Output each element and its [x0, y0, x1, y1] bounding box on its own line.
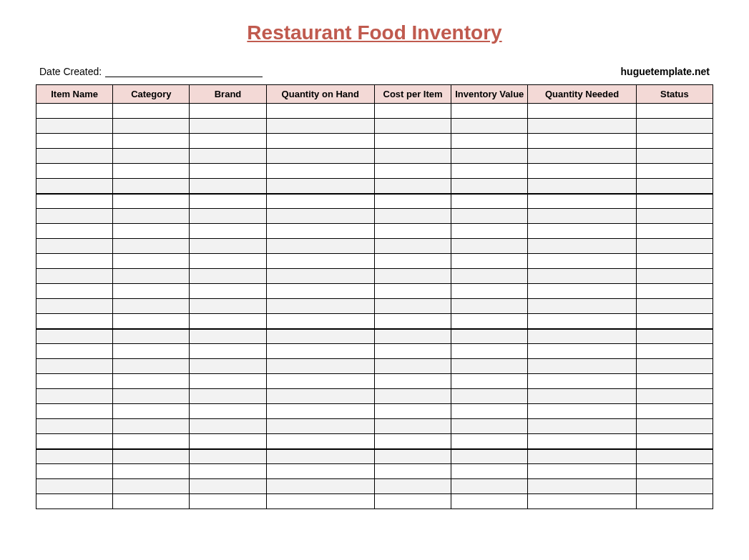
table-cell[interactable] [528, 134, 636, 149]
table-cell[interactable] [451, 449, 528, 464]
table-cell[interactable] [266, 359, 374, 374]
table-cell[interactable] [266, 269, 374, 284]
table-cell[interactable] [451, 209, 528, 224]
table-cell[interactable] [528, 269, 636, 284]
table-cell[interactable] [36, 164, 113, 179]
table-cell[interactable] [451, 254, 528, 269]
table-cell[interactable] [113, 254, 190, 269]
table-cell[interactable] [113, 419, 190, 434]
table-cell[interactable] [113, 284, 190, 299]
table-cell[interactable] [266, 119, 374, 134]
table-cell[interactable] [36, 269, 113, 284]
table-cell[interactable] [113, 299, 190, 314]
table-cell[interactable] [451, 134, 528, 149]
table-cell[interactable] [266, 254, 374, 269]
table-cell[interactable] [374, 419, 451, 434]
table-cell[interactable] [374, 179, 451, 194]
table-cell[interactable] [36, 224, 113, 239]
table-cell[interactable] [528, 314, 636, 329]
table-cell[interactable] [451, 494, 528, 509]
table-cell[interactable] [636, 314, 713, 329]
table-cell[interactable] [266, 329, 374, 344]
table-cell[interactable] [374, 359, 451, 374]
table-cell[interactable] [36, 404, 113, 419]
table-cell[interactable] [190, 224, 266, 239]
table-cell[interactable] [190, 209, 266, 224]
table-cell[interactable] [190, 434, 266, 449]
table-cell[interactable] [636, 179, 713, 194]
table-cell[interactable] [528, 464, 636, 479]
table-cell[interactable] [190, 374, 266, 389]
table-cell[interactable] [374, 404, 451, 419]
table-cell[interactable] [190, 419, 266, 434]
table-cell[interactable] [36, 464, 113, 479]
table-cell[interactable] [528, 359, 636, 374]
table-cell[interactable] [190, 149, 266, 164]
table-cell[interactable] [451, 194, 528, 209]
table-cell[interactable] [528, 479, 636, 494]
table-cell[interactable] [113, 224, 190, 239]
table-cell[interactable] [451, 164, 528, 179]
table-cell[interactable] [266, 224, 374, 239]
table-cell[interactable] [528, 404, 636, 419]
table-cell[interactable] [266, 434, 374, 449]
table-cell[interactable] [113, 119, 190, 134]
table-cell[interactable] [190, 314, 266, 329]
table-cell[interactable] [190, 119, 266, 134]
table-cell[interactable] [36, 104, 113, 119]
table-cell[interactable] [528, 224, 636, 239]
table-cell[interactable] [113, 434, 190, 449]
table-cell[interactable] [451, 224, 528, 239]
table-cell[interactable] [528, 299, 636, 314]
table-cell[interactable] [113, 239, 190, 254]
table-cell[interactable] [266, 404, 374, 419]
table-cell[interactable] [266, 104, 374, 119]
table-cell[interactable] [36, 149, 113, 164]
table-cell[interactable] [636, 449, 713, 464]
table-cell[interactable] [374, 104, 451, 119]
table-cell[interactable] [190, 479, 266, 494]
table-cell[interactable] [528, 434, 636, 449]
table-cell[interactable] [190, 299, 266, 314]
table-cell[interactable] [636, 299, 713, 314]
table-cell[interactable] [266, 239, 374, 254]
table-cell[interactable] [528, 494, 636, 509]
table-cell[interactable] [636, 224, 713, 239]
table-cell[interactable] [113, 359, 190, 374]
table-cell[interactable] [528, 194, 636, 209]
table-cell[interactable] [266, 389, 374, 404]
table-cell[interactable] [36, 449, 113, 464]
table-cell[interactable] [451, 344, 528, 359]
table-cell[interactable] [266, 164, 374, 179]
table-cell[interactable] [636, 284, 713, 299]
table-cell[interactable] [451, 329, 528, 344]
table-cell[interactable] [374, 449, 451, 464]
table-cell[interactable] [36, 374, 113, 389]
table-cell[interactable] [113, 209, 190, 224]
table-cell[interactable] [36, 389, 113, 404]
table-cell[interactable] [636, 209, 713, 224]
table-cell[interactable] [190, 239, 266, 254]
table-cell[interactable] [528, 329, 636, 344]
table-cell[interactable] [113, 494, 190, 509]
table-cell[interactable] [451, 389, 528, 404]
table-cell[interactable] [636, 374, 713, 389]
table-cell[interactable] [374, 434, 451, 449]
table-cell[interactable] [113, 104, 190, 119]
table-cell[interactable] [451, 299, 528, 314]
table-cell[interactable] [36, 239, 113, 254]
table-cell[interactable] [190, 464, 266, 479]
table-cell[interactable] [113, 389, 190, 404]
table-cell[interactable] [374, 149, 451, 164]
table-cell[interactable] [374, 254, 451, 269]
table-cell[interactable] [636, 359, 713, 374]
table-cell[interactable] [451, 149, 528, 164]
table-cell[interactable] [266, 284, 374, 299]
table-cell[interactable] [113, 344, 190, 359]
table-cell[interactable] [374, 329, 451, 344]
table-cell[interactable] [374, 209, 451, 224]
table-cell[interactable] [374, 464, 451, 479]
table-cell[interactable] [528, 254, 636, 269]
table-cell[interactable] [36, 434, 113, 449]
table-cell[interactable] [113, 464, 190, 479]
